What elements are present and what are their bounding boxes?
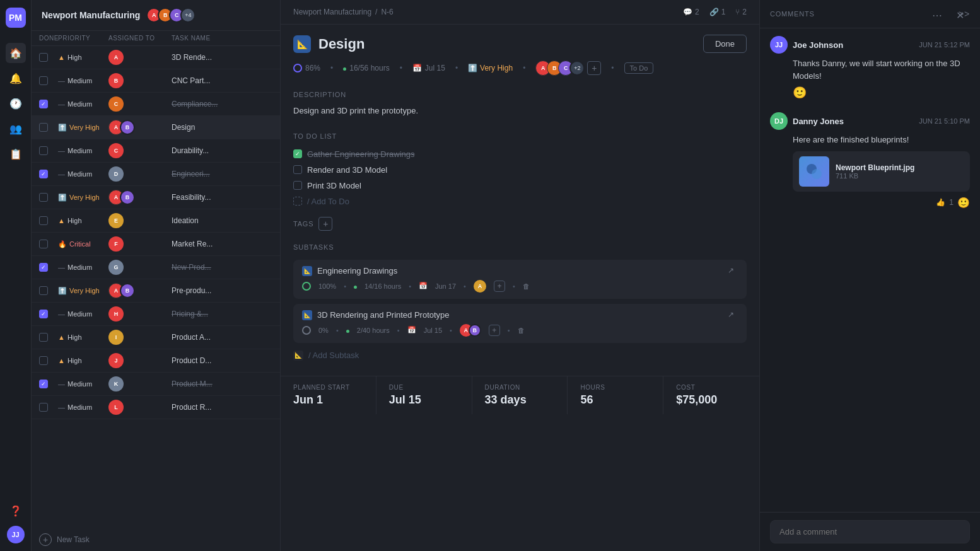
task-checkbox[interactable] [39,193,48,202]
task-checkbox[interactable] [39,146,48,155]
avatar-more-btn[interactable]: +2 [569,61,585,76]
sidebar-tasks-icon[interactable]: 📋 [6,144,26,164]
attachment-card[interactable]: Newport Blueprint.jpg 711 KB [793,151,970,192]
task-checkbox[interactable] [39,333,48,342]
priority-badge: ▲High [58,357,108,364]
sidebar-user-icon[interactable]: JJ [7,526,25,543]
task-checkbox[interactable] [39,380,48,388]
external-link-icon[interactable]: ↗ [728,266,738,276]
table-row[interactable]: ⬆️Very High A B Feasibility... [32,186,280,209]
sidebar-help-icon[interactable]: ❓ [6,501,26,521]
project-title: Newport Manufacturing [42,10,140,20]
subtask-hours-2: 2/40 hours [357,327,390,334]
table-row[interactable]: —Medium D Engineeri... [32,163,280,186]
subtasks-section-label: SUBTASKS [281,236,759,255]
subtask-title-row-2: 📐 3D Rendering and Printed Prototype ↗ [302,310,738,320]
table-row[interactable]: ⬆️Very High A B Design [32,116,280,139]
task-checkbox[interactable] [39,100,48,108]
add-todo-button[interactable]: / Add To Do [293,194,747,209]
calendar-icon: 📅 [412,64,422,72]
thumbs-up-reaction[interactable]: 👍 [936,198,945,207]
comment-name-2: Danny Jones [793,117,844,126]
comment-item-1: JJ Joe Johnson JUN 21 5:12 PM Thanks Dan… [770,36,970,100]
add-task-row[interactable]: + New Task [32,528,280,551]
comment-header-2: DJ Danny Jones JUN 21 5:10 PM [770,112,970,130]
branch-icon: ⑂ [735,8,740,16]
table-row[interactable]: —Medium C Durability... [32,139,280,163]
trash-icon-1[interactable]: 🗑 [523,282,530,290]
table-row[interactable]: ▲High I Product A... [32,326,280,349]
table-row[interactable]: —Medium C Compliance... [32,93,280,116]
task-checkbox[interactable] [39,310,48,318]
task-checkbox[interactable] [39,356,48,365]
meta-separator-2: • [400,64,402,72]
subtask-progress-circle [302,282,311,291]
task-checkbox[interactable] [39,53,48,62]
table-row[interactable]: ⬆️Very High A B Pre-produ... [32,279,280,303]
add-subtask-label: / Add Subtask [308,351,359,360]
sidebar-notifications-icon[interactable]: 🔔 [6,68,26,88]
priority-badge: —Medium [58,100,108,108]
table-row[interactable]: —Medium K Product M... [32,373,280,396]
task-checkbox[interactable] [39,170,48,178]
attachment-info: Newport Blueprint.jpg 711 KB [836,163,914,180]
sidebar-home-icon[interactable]: 🏠 [6,43,26,63]
task-checkbox[interactable] [39,263,48,272]
add-task-plus-icon[interactable]: + [39,533,52,546]
comment-input[interactable] [770,520,970,543]
hours-value: 16/56 hours [349,64,389,72]
external-link-icon-2[interactable]: ↗ [728,310,738,320]
table-row[interactable]: ▲High E Ideation [32,209,280,233]
due-date-value: Jul 15 [425,64,445,72]
table-row[interactable]: —Medium L Product R... [32,396,280,419]
todo-checkbox-1[interactable] [293,149,302,158]
sidebar-team-icon[interactable]: 👥 [6,119,26,139]
add-member-subtask-1[interactable]: + [494,281,505,292]
emoji-reaction-input-2[interactable]: 🙂 [957,197,970,209]
add-subtask-button[interactable]: 📐 / Add Subtask [293,348,747,363]
task-checkbox[interactable] [39,240,48,248]
todo-checkbox-3[interactable] [293,181,302,190]
meta-separator-4: • [523,64,525,72]
task-checkbox[interactable] [39,76,48,85]
task-checkbox[interactable] [39,403,48,412]
task-members-avatars: A B C +2 + [535,61,601,76]
comment-author-1: JJ Joe Johnson [770,36,843,54]
bottom-stats: PLANNED START Jun 1 DUE Jul 15 DURATION … [281,376,759,414]
task-checkbox[interactable] [39,123,48,132]
avatar: B [120,190,135,205]
comments-panel: COMMENTS >> JJ Joe Johnson JUN 21 5:12 P… [759,0,980,551]
subtask-title-row: 📐 Engineering Drawings ↗ [302,266,738,276]
table-row[interactable]: —Medium H Pricing &... [32,303,280,326]
table-row[interactable]: ▲High A 3D Rende... [32,46,280,69]
add-member-subtask-2[interactable]: + [489,325,500,336]
avatar: F [108,236,124,252]
avatar: H [108,306,124,322]
add-member-button[interactable]: + [587,61,601,75]
table-row[interactable]: —Medium G New Prod... [32,256,280,279]
avatar: J [108,353,124,368]
done-button[interactable]: Done [703,35,747,53]
attachment-thumbnail [799,156,829,187]
add-tag-button[interactable]: + [318,217,332,231]
task-checkbox[interactable] [39,286,48,295]
close-button[interactable]: ✕ [952,8,967,23]
stat-planned-start: PLANNED START Jun 1 [281,376,376,414]
trash-icon-2[interactable]: 🗑 [518,327,525,334]
sidebar-recent-icon[interactable]: 🕐 [6,93,26,113]
status-chip[interactable]: To Do [624,62,654,74]
table-row[interactable]: 🔥Critical F Market Re... [32,233,280,256]
comment-input-area [760,512,980,551]
table-row[interactable]: ▲High J Product D... [32,349,280,373]
task-checkbox[interactable] [39,216,48,225]
dot-subtask-1 [354,282,357,290]
todo-checkbox-2[interactable] [293,165,302,174]
more-options-button[interactable]: ⋯ [930,8,945,23]
comment-time-1: JUN 21 5:12 PM [919,41,970,49]
avatar: B [108,73,124,88]
table-row[interactable]: —Medium B CNC Part... [32,69,280,93]
emoji-reaction-input-1[interactable]: 🙂 [770,86,970,100]
task-meta-row: 86% • 16/56 hours • 📅 Jul 15 • ⬆️ Very H… [281,58,759,83]
avatar: D [108,166,124,182]
stat-hours: HOURS 56 [568,376,663,414]
